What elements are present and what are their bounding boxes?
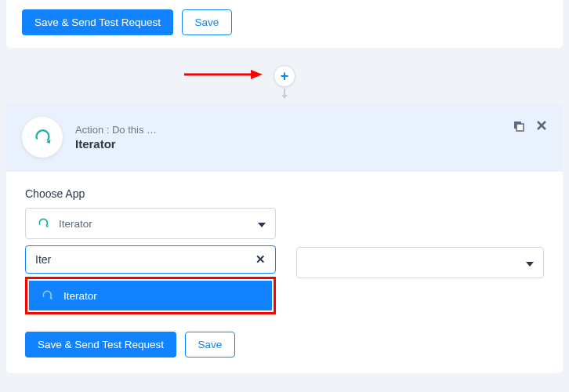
top-card: Save & Send Test Request Save bbox=[6, 0, 563, 48]
step-title: Iterator bbox=[75, 137, 157, 151]
add-step-button[interactable]: + bbox=[274, 65, 295, 87]
caret-down-icon bbox=[258, 216, 266, 230]
save-send-button-top[interactable]: Save & Send Test Request bbox=[22, 9, 173, 35]
save-button-bottom[interactable]: Save bbox=[185, 332, 236, 358]
choose-app-label: Choose App bbox=[25, 187, 544, 200]
save-button-top[interactable]: Save bbox=[182, 9, 233, 35]
iterator-icon bbox=[31, 126, 53, 148]
choose-app-dropdown: Iterator bbox=[25, 277, 276, 314]
svg-marker-12 bbox=[526, 262, 534, 267]
svg-marker-10 bbox=[258, 223, 266, 227]
choose-app-select[interactable]: Iterator bbox=[25, 208, 276, 239]
iterator-icon bbox=[35, 216, 51, 231]
dropdown-item-label: Iterator bbox=[63, 290, 97, 302]
bottom-buttons: Save & Send Test Request Save bbox=[25, 332, 544, 358]
svg-rect-6 bbox=[516, 124, 524, 131]
clear-search-icon[interactable]: ✕ bbox=[256, 252, 266, 267]
secondary-select[interactable] bbox=[296, 247, 544, 278]
flow-arrow-down-icon bbox=[279, 89, 290, 103]
choose-app-search[interactable]: ✕ bbox=[25, 245, 276, 274]
red-arrow-annotation bbox=[184, 67, 263, 82]
caret-down-icon bbox=[526, 256, 534, 270]
choose-app-selected-value: Iterator bbox=[59, 218, 92, 230]
iterator-icon bbox=[40, 289, 54, 303]
step-app-icon bbox=[22, 117, 63, 158]
choose-app-search-input[interactable] bbox=[35, 253, 266, 266]
duplicate-icon[interactable] bbox=[513, 120, 525, 136]
step-type-label: Action : Do this … bbox=[75, 124, 157, 136]
connector: + bbox=[0, 48, 569, 103]
dropdown-item-iterator[interactable]: Iterator bbox=[29, 281, 272, 310]
svg-marker-3 bbox=[281, 95, 288, 99]
step-actions bbox=[513, 120, 547, 136]
step-body: Choose App Iterator ✕ bbox=[6, 172, 563, 373]
step-card: Action : Do this … Iterator Choose App I… bbox=[6, 103, 563, 373]
plus-icon: + bbox=[281, 68, 289, 85]
save-send-button-bottom[interactable]: Save & Send Test Request bbox=[25, 332, 176, 358]
close-icon[interactable] bbox=[536, 120, 547, 136]
step-header[interactable]: Action : Do this … Iterator bbox=[6, 103, 563, 172]
svg-marker-1 bbox=[251, 70, 263, 79]
step-text: Action : Do this … Iterator bbox=[75, 124, 157, 151]
